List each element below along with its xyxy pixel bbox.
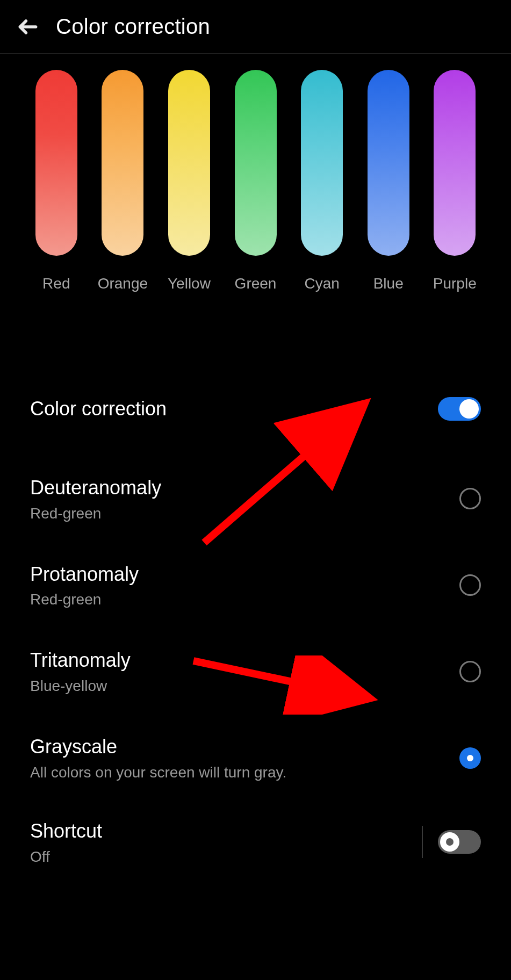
option-subtitle: Red-green xyxy=(30,591,139,608)
shortcut-toggle[interactable] xyxy=(438,830,481,854)
swatch-bar xyxy=(235,70,277,256)
swatch-green: Green xyxy=(231,70,281,292)
shortcut-label: Shortcut xyxy=(30,819,102,844)
swatch-red: Red xyxy=(31,70,82,292)
option-radio[interactable] xyxy=(459,747,481,769)
header: Color correction xyxy=(0,0,511,54)
color-correction-toggle-row[interactable]: Color correction xyxy=(30,380,481,438)
divider xyxy=(422,826,423,858)
option-row-grayscale[interactable]: GrayscaleAll colors on your screen will … xyxy=(30,718,481,797)
swatch-label: Blue xyxy=(373,275,404,292)
option-radio[interactable] xyxy=(459,661,481,682)
swatch-label: Purple xyxy=(433,275,477,292)
option-title: Tritanomaly xyxy=(30,648,131,673)
swatch-label: Green xyxy=(235,275,277,292)
color-correction-toggle[interactable] xyxy=(438,397,481,421)
option-row-deuteranomaly[interactable]: DeuteranomalyRed-green xyxy=(30,459,481,538)
toggle-label: Color correction xyxy=(30,397,167,422)
swatch-orange: Orange xyxy=(98,70,148,292)
swatch-bar xyxy=(301,70,343,256)
option-subtitle: Blue-yellow xyxy=(30,678,131,695)
settings-list: Color correction DeuteranomalyRed-greenP… xyxy=(0,300,511,882)
page-title: Color correction xyxy=(56,15,210,39)
option-subtitle: All colors on your screen will turn gray… xyxy=(30,764,286,781)
swatch-cyan: Cyan xyxy=(297,70,347,292)
swatch-label: Red xyxy=(42,275,70,292)
shortcut-row[interactable]: Shortcut Off xyxy=(30,803,481,882)
swatch-yellow: Yellow xyxy=(164,70,214,292)
swatch-label: Orange xyxy=(98,275,148,292)
swatch-label: Yellow xyxy=(168,275,211,292)
option-row-tritanomaly[interactable]: TritanomalyBlue-yellow xyxy=(30,632,481,711)
option-title: Deuteranomaly xyxy=(30,475,161,501)
option-title: Protanomaly xyxy=(30,562,139,587)
option-radio[interactable] xyxy=(459,574,481,596)
option-radio[interactable] xyxy=(459,488,481,509)
option-title: Grayscale xyxy=(30,734,286,760)
color-swatch-preview: RedOrangeYellowGreenCyanBluePurple xyxy=(0,54,511,300)
swatch-bar xyxy=(102,70,143,256)
swatch-bar xyxy=(35,70,77,256)
option-subtitle: Red-green xyxy=(30,505,161,522)
swatch-bar xyxy=(434,70,476,256)
swatch-label: Cyan xyxy=(304,275,339,292)
option-row-protanomaly[interactable]: ProtanomalyRed-green xyxy=(30,546,481,625)
swatch-bar xyxy=(168,70,210,256)
swatch-bar xyxy=(368,70,409,256)
swatch-blue: Blue xyxy=(363,70,414,292)
back-icon[interactable] xyxy=(15,14,41,40)
swatch-purple: Purple xyxy=(429,70,480,292)
shortcut-status: Off xyxy=(30,848,102,866)
